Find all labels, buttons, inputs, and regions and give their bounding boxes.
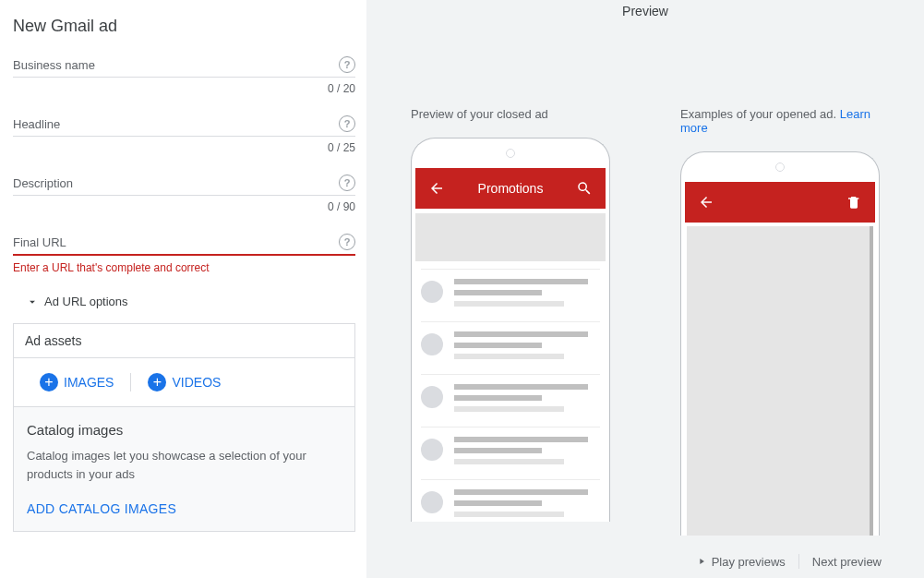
play-previews-button[interactable]: Play previews xyxy=(684,555,798,569)
business-name-label: Business name xyxy=(13,58,339,72)
opened-ad-preview xyxy=(680,151,880,536)
catalog-title: Catalog images xyxy=(27,422,342,438)
videos-button[interactable]: + VIDEOS xyxy=(131,373,237,391)
catalog-images-box: Catalog images Catalog images let you sh… xyxy=(13,407,355,532)
help-icon[interactable]: ? xyxy=(339,234,355,250)
opened-ad-label: Examples of your opened ad. Learn more xyxy=(680,107,880,135)
chevron-down-icon xyxy=(26,295,39,308)
back-arrow-icon xyxy=(428,180,445,197)
final-url-field[interactable]: Final URL ? Enter a URL that's complete … xyxy=(13,234,355,274)
help-icon[interactable]: ? xyxy=(339,56,355,73)
list-item xyxy=(421,479,600,522)
preview-header: Preview xyxy=(366,0,924,24)
list-item xyxy=(421,269,600,321)
closed-ad-preview: Promotions xyxy=(411,138,610,522)
images-button[interactable]: + IMAGES xyxy=(23,373,131,391)
promotions-title: Promotions xyxy=(478,181,544,196)
description-label: Description xyxy=(13,176,339,190)
help-icon[interactable]: ? xyxy=(339,115,355,132)
plus-icon: + xyxy=(40,373,58,391)
add-catalog-images-button[interactable]: ADD CATALOG IMAGES xyxy=(27,501,176,516)
ad-url-options-toggle[interactable]: Ad URL options xyxy=(26,295,355,308)
ad-url-options-label: Ad URL options xyxy=(44,295,128,308)
business-name-field[interactable]: Business name ? 0 / 20 xyxy=(13,56,355,95)
play-icon xyxy=(697,557,706,566)
plus-icon: + xyxy=(148,373,166,391)
description-counter: 0 / 90 xyxy=(13,200,355,213)
final-url-label: Final URL xyxy=(13,235,339,249)
description-field[interactable]: Description ? 0 / 90 xyxy=(13,175,355,213)
business-name-counter: 0 / 20 xyxy=(13,82,355,95)
headline-counter: 0 / 25 xyxy=(13,141,355,154)
images-label: IMAGES xyxy=(64,375,114,390)
back-arrow-icon xyxy=(698,194,714,211)
closed-ad-label: Preview of your closed ad xyxy=(411,107,610,121)
ad-assets-header: Ad assets xyxy=(13,323,355,357)
page-title: New Gmail ad xyxy=(13,17,355,36)
next-preview-button[interactable]: Next preview xyxy=(799,555,894,569)
search-icon xyxy=(576,180,593,197)
list-item xyxy=(421,427,600,479)
catalog-description: Catalog images let you showcase a select… xyxy=(27,447,342,483)
list-item xyxy=(421,374,600,427)
final-url-error: Enter a URL that's complete and correct xyxy=(13,261,355,274)
videos-label: VIDEOS xyxy=(172,375,221,390)
help-icon[interactable]: ? xyxy=(339,175,355,191)
headline-field[interactable]: Headline ? 0 / 25 xyxy=(13,115,355,154)
headline-label: Headline xyxy=(13,117,339,131)
list-item xyxy=(421,321,600,374)
trash-icon xyxy=(846,194,862,211)
